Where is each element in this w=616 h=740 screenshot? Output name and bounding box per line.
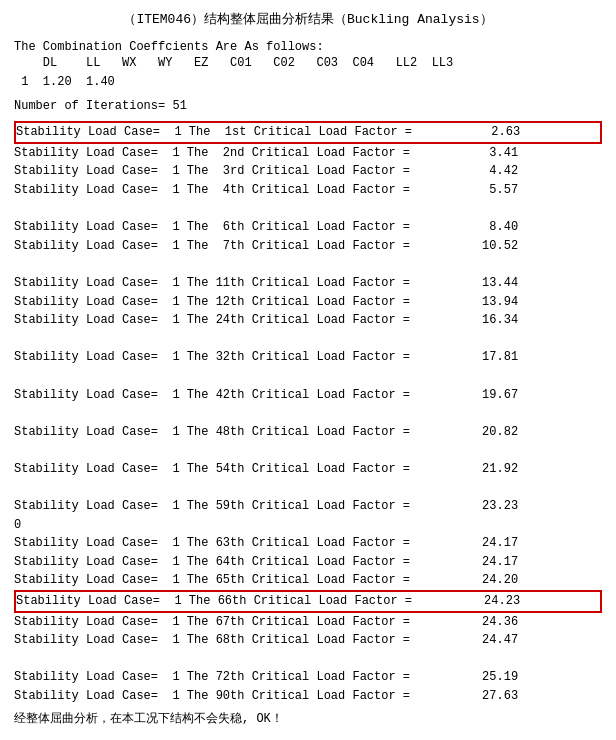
data-line: Stability Load Case= 1 The 59th Critical… xyxy=(14,497,602,516)
footer: 经整体屈曲分析，在本工况下结构不会失稳, OK！ xyxy=(14,710,602,727)
blank-line xyxy=(14,202,21,216)
blank-line xyxy=(14,369,21,383)
data-line: Stability Load Case= 1 The 7th Critical … xyxy=(14,237,602,256)
blank-line xyxy=(14,480,21,494)
highlighted-data-line: Stability Load Case= 1 The 66th Critical… xyxy=(14,590,602,613)
blank-line xyxy=(14,652,21,666)
data-line: Stability Load Case= 1 The 63th Critical… xyxy=(14,534,602,553)
data-line: Stability Load Case= 1 The 32th Critical… xyxy=(14,348,602,367)
highlighted-data-line: Stability Load Case= 1 The 1st Critical … xyxy=(14,121,602,144)
data-line: Stability Load Case= 1 The 24th Critical… xyxy=(14,311,602,330)
coeff-values: 1 1.20 1.40 xyxy=(14,73,602,92)
blank-line xyxy=(14,406,21,420)
data-line: Stability Load Case= 1 The 12th Critical… xyxy=(14,293,602,312)
data-line: Stability Load Case= 1 The 65th Critical… xyxy=(14,571,602,590)
page-title: （ITEM046）结构整体屈曲分析结果（Buckling Analysis） xyxy=(14,10,602,28)
data-line: Stability Load Case= 1 The 72th Critical… xyxy=(14,668,602,687)
data-line: Stability Load Case= 1 The 11th Critical… xyxy=(14,274,602,293)
data-line: Stability Load Case= 1 The 3rd Critical … xyxy=(14,162,602,181)
data-line: Stability Load Case= 1 The 2nd Critical … xyxy=(14,144,602,163)
data-line: Stability Load Case= 1 The 54th Critical… xyxy=(14,460,602,479)
data-line: Stability Load Case= 1 The 67th Critical… xyxy=(14,613,602,632)
coeff-headers: DL LL WX WY EZ C01 C02 C03 C04 LL2 LL3 xyxy=(14,54,602,73)
data-line: Stability Load Case= 1 The 48th Critical… xyxy=(14,423,602,442)
data-line: Stability Load Case= 1 The 90th Critical… xyxy=(14,687,602,706)
page-container: （ITEM046）结构整体屈曲分析结果（Buckling Analysis） T… xyxy=(14,10,602,727)
data-line: Stability Load Case= 1 The 6th Critical … xyxy=(14,218,602,237)
blank-line xyxy=(14,443,21,457)
iterations-label: Number of Iterations= xyxy=(14,99,165,113)
data-line: Stability Load Case= 1 The 4th Critical … xyxy=(14,181,602,200)
iterations-value: 51 xyxy=(172,99,186,113)
data-line: Stability Load Case= 1 The 42th Critical… xyxy=(14,386,602,405)
data-line: Stability Load Case= 1 The 68th Critical… xyxy=(14,631,602,650)
combination-label: The Combination Coeffcients Are As follo… xyxy=(14,40,602,54)
data-line: Stability Load Case= 1 The 64th Critical… xyxy=(14,553,602,572)
blank-line: 0 xyxy=(14,518,21,532)
data-lines-container: Stability Load Case= 1 The 1st Critical … xyxy=(14,121,602,705)
combination-section: The Combination Coeffcients Are As follo… xyxy=(14,40,602,91)
blank-line xyxy=(14,332,21,346)
iterations-line: Number of Iterations= 51 xyxy=(14,99,602,113)
blank-line xyxy=(14,257,21,271)
